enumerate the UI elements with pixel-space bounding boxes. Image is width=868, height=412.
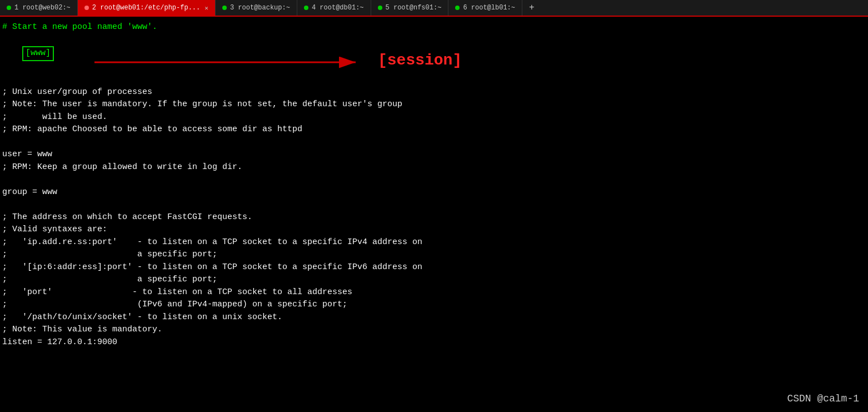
tab-6-label: 6 root@lb01:~ (463, 4, 515, 12)
terminal-line-7: ; RPM: apache Choosed to be able to acce… (2, 123, 866, 136)
tab-5[interactable]: 5 root@nfs01:~ (371, 0, 449, 16)
terminal-line-blank2 (2, 136, 866, 149)
terminal-line-19: ; a specific port; (2, 274, 866, 286)
terminal-line-12: group = www (2, 186, 866, 199)
terminal-line-6: ; will be used. (2, 111, 866, 124)
www-box: [www] (22, 46, 54, 61)
terminal-line-4: ; Unix user/group of processes (2, 86, 866, 99)
tab-2-label: 2 root@web01:/etc/php-fp... (92, 4, 200, 12)
tab-2-close[interactable]: ✕ (204, 4, 208, 12)
terminal-line-21: ; (IPv6 and IPv4-mapped) on a specific p… (2, 299, 866, 311)
terminal-line-10: ; RPM: Keep a group allowed to write in … (2, 161, 866, 174)
terminal-line-1: # Start a new pool named 'www'. (2, 21, 866, 34)
tab-4[interactable]: 4 root@db01:~ (297, 0, 371, 16)
terminal-line-23: ; Note: This value is mandatory. (2, 324, 866, 336)
terminal-content: # Start a new pool named 'www'. [www] [s… (0, 17, 868, 412)
terminal-line-blank1 (2, 73, 866, 86)
terminal-line-16: ; 'ip.add.re.ss:port' - to listen on a T… (2, 236, 866, 249)
terminal-line-24: listen = 127.0.0.1:9000 (2, 336, 866, 349)
tab-5-label: 5 root@nfs01:~ (386, 4, 442, 12)
terminal-line-14: ; The address on which to accept FastCGI… (2, 211, 866, 224)
tab-1-label: 1 root@web02:~ (14, 4, 71, 12)
session-label: [session] (378, 49, 462, 72)
tab-3-label: 3 root@backup:~ (230, 4, 290, 12)
terminal-line-9: user = www (2, 148, 866, 161)
tab-1[interactable]: 1 root@web02:~ (0, 0, 78, 16)
terminal-line-blank3 (2, 173, 866, 186)
tab-3[interactable]: 3 root@backup:~ (216, 0, 297, 16)
tab-6[interactable]: 6 root@lb01:~ (448, 0, 522, 16)
tab-bar: 1 root@web02:~ 2 root@web01:/etc/php-fp.… (0, 0, 868, 17)
terminal-line-17: ; a specific port; (2, 249, 866, 261)
terminal-line-15: ; Valid syntaxes are: (2, 224, 866, 236)
terminal-line-22: ; '/path/to/unix/socket' - to listen on … (2, 311, 866, 324)
terminal-line-18: ; '[ip:6:addr:ess]:port' - to listen on … (2, 261, 866, 274)
terminal-line-5: ; Note: The user is mandatory. If the gr… (2, 98, 866, 111)
terminal-line-20: ; 'port' - to listen on a TCP socket to … (2, 286, 866, 299)
new-tab-button[interactable]: + (522, 0, 541, 16)
watermark: CSDN @calm-1 (787, 391, 859, 406)
tab-2[interactable]: 2 root@web01:/etc/php-fp... ✕ (78, 0, 216, 16)
tab-4-label: 4 root@db01:~ (312, 4, 364, 12)
terminal-line-blank4 (2, 198, 866, 211)
arrow-annotation (89, 51, 367, 73)
